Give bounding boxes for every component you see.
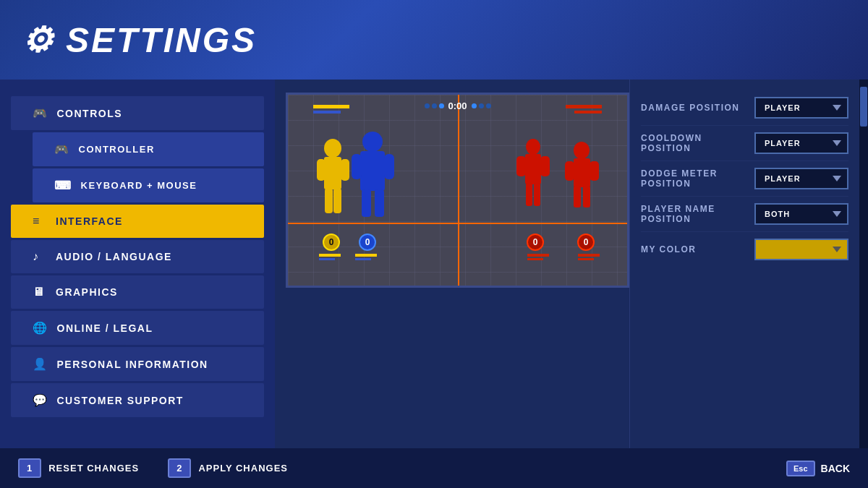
setting-label-player-name-position: PLAYER NAME POSITION <box>641 204 754 224</box>
dot <box>486 103 491 108</box>
mini-bar <box>527 254 549 257</box>
sidebar-item-interface[interactable]: ≡INTERFACE <box>11 205 264 238</box>
svg-rect-5 <box>333 188 341 213</box>
dot <box>438 103 443 108</box>
mini-bar <box>355 254 377 257</box>
reset-label: RESET CHANGES <box>48 463 139 474</box>
bottom-bar: 1 RESET CHANGES 2 APPLY CHANGES Esc BACK <box>0 448 868 488</box>
mini-bar <box>578 254 600 257</box>
score-blue: 0 <box>359 234 376 251</box>
setting-row-player-name-position: PLAYER NAME POSITIONBOTH <box>641 196 848 231</box>
sidebar-item-controls[interactable]: 🎮CONTROLS <box>11 96 264 130</box>
health-bar <box>313 105 349 108</box>
settings-column: DAMAGE POSITIONPLAYERCOOLDOWN POSITIONPL… <box>629 80 859 448</box>
svg-rect-21 <box>590 161 599 181</box>
mini-health-yellow <box>319 254 341 260</box>
nav-icon-customer-support: 💬 <box>33 393 48 407</box>
char-yellow <box>313 137 353 224</box>
mini-bar <box>319 258 335 260</box>
dropdown-dodge-meter-position[interactable]: PLAYER <box>754 168 848 189</box>
dropdown-my-color[interactable] <box>754 239 848 260</box>
nav-label-audio-language: AUDIO / LANGUAGE <box>56 251 172 262</box>
svg-rect-16 <box>526 183 532 206</box>
timer: 0:00 <box>448 100 467 111</box>
svg-rect-11 <box>375 189 384 217</box>
arrow-down-icon <box>833 176 841 181</box>
setting-label-damage-position: DAMAGE POSITION <box>641 103 740 113</box>
arrow-down-icon <box>833 247 841 252</box>
dropdown-player-name-position[interactable]: BOTH <box>754 203 848 225</box>
svg-rect-7 <box>360 151 385 191</box>
mini-bar <box>578 258 594 260</box>
sidebar-item-audio-language[interactable]: ♪AUDIO / LANGUAGE <box>11 240 264 273</box>
dropdown-damage-position[interactable]: PLAYER <box>754 97 848 119</box>
header: ⚙ SETTINGS <box>0 0 868 80</box>
svg-point-6 <box>362 132 383 152</box>
page-title: ⚙ SETTINGS <box>22 20 257 60</box>
nav-icon-personal-info: 👤 <box>33 357 48 371</box>
score-red1: 0 <box>527 234 544 251</box>
svg-rect-2 <box>317 159 326 181</box>
sidebar-item-keyboard-mouse[interactable]: ⌨KEYBOARD + MOUSE <box>33 168 264 202</box>
setting-row-dodge-meter-position: DODGE METER POSITIONPLAYER <box>641 160 848 196</box>
apply-key: 2 <box>168 458 191 478</box>
nav-label-keyboard-mouse: KEYBOARD + MOUSE <box>81 180 197 191</box>
sidebar-item-customer-support[interactable]: 💬CUSTOMER SUPPORT <box>11 383 264 417</box>
scrollbar-track[interactable] <box>859 80 868 448</box>
char-blue <box>349 130 396 224</box>
esc-key: Esc <box>786 461 815 476</box>
sidebar-item-personal-info[interactable]: 👤PERSONAL INFORMATION <box>11 347 264 381</box>
char-red2 <box>562 141 602 224</box>
nav-label-interface: INTERFACE <box>56 215 123 227</box>
nav-icon-graphics: 🖥 <box>33 286 47 299</box>
sidebar-item-online-legal[interactable]: 🌐ONLINE / LEGAL <box>11 311 264 345</box>
nav-icon-controls: 🎮 <box>33 106 48 120</box>
arrow-down-icon <box>833 105 841 111</box>
dropdown-cooldown-position[interactable]: PLAYER <box>754 132 848 154</box>
svg-point-0 <box>324 139 341 158</box>
reset-action[interactable]: 1 RESET CHANGES <box>18 458 139 478</box>
apply-label: APPLY CHANGES <box>198 463 288 474</box>
nav-icon-interface: ≡ <box>33 215 47 228</box>
center-line <box>458 95 459 286</box>
health-left <box>313 105 349 114</box>
svg-point-12 <box>526 139 540 155</box>
apply-action[interactable]: 2 APPLY CHANGES <box>168 458 288 478</box>
sidebar-item-controller[interactable]: 🎮CONTROLLER <box>33 132 264 166</box>
mini-health-red2 <box>578 254 600 260</box>
content-area: 0:00 <box>275 80 859 448</box>
scrollbar-thumb[interactable] <box>860 87 867 127</box>
setting-label-my-color: MY COLOR <box>641 244 696 254</box>
nav-label-controller: CONTROLLER <box>79 144 155 155</box>
health-bar <box>566 105 602 108</box>
svg-rect-22 <box>574 186 581 207</box>
setting-row-my-color: MY COLOR <box>641 231 848 267</box>
svg-rect-20 <box>565 161 574 181</box>
dot <box>472 103 477 108</box>
arrow-down-icon <box>833 140 841 146</box>
setting-row-damage-position: DAMAGE POSITIONPLAYER <box>641 90 848 125</box>
nav-icon-online-legal: 🌐 <box>33 321 48 335</box>
svg-rect-14 <box>516 156 526 176</box>
mini-health-blue <box>355 254 377 260</box>
nav-icon-controller: 🎮 <box>54 142 70 156</box>
svg-rect-3 <box>341 159 349 181</box>
back-label: BACK <box>821 463 850 474</box>
dot <box>424 103 429 108</box>
nav-label-graphics: GRAPHICS <box>56 286 118 298</box>
setting-row-cooldown-position: COOLDOWN POSITIONPLAYER <box>641 125 848 160</box>
sidebar-item-graphics[interactable]: 🖥GRAPHICS <box>11 275 264 309</box>
svg-point-18 <box>574 142 590 159</box>
score-red2: 0 <box>577 234 595 251</box>
mini-bar <box>355 258 371 260</box>
svg-rect-8 <box>352 154 362 179</box>
back-action[interactable]: Esc BACK <box>786 461 850 476</box>
mini-health-red1 <box>527 254 549 260</box>
nav-label-personal-info: PERSONAL INFORMATION <box>57 359 208 370</box>
title-text: SETTINGS <box>66 20 257 60</box>
svg-rect-9 <box>384 154 394 179</box>
nav-label-controls: CONTROLS <box>57 108 123 119</box>
svg-rect-1 <box>324 157 341 189</box>
health-bar-2 <box>574 111 602 114</box>
svg-rect-4 <box>325 188 333 213</box>
